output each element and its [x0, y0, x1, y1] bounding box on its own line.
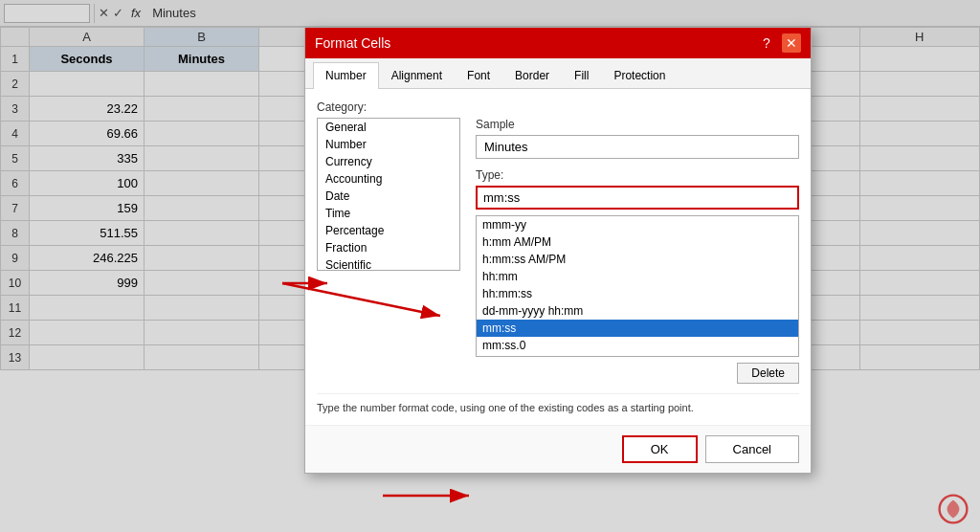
dialog-controls: ? ✕	[757, 33, 801, 53]
type-item[interactable]: hh:mm	[477, 268, 798, 285]
sample-label: Sample	[476, 118, 799, 131]
format-body: GeneralNumberCurrencyAccountingDateTimeP…	[317, 118, 799, 384]
type-label: Type:	[476, 168, 799, 182]
logo	[938, 494, 969, 524]
type-item[interactable]: mm:ss	[477, 320, 798, 337]
category-label: Category:	[317, 100, 799, 114]
type-item[interactable]: h:mm:ss AM/PM	[477, 251, 798, 268]
right-panel: Sample Minutes Type: mmm-yyh:mm AM/PMh:m…	[460, 118, 799, 384]
type-item[interactable]: mmm-yy	[477, 216, 798, 233]
tab-alignment[interactable]: Alignment	[379, 62, 455, 88]
tab-protection[interactable]: Protection	[601, 62, 678, 88]
type-item[interactable]: h:mm AM/PM	[477, 233, 798, 251]
dialog-body: Category: GeneralNumberCurrencyAccountin…	[305, 89, 811, 425]
ok-button[interactable]: OK	[622, 435, 698, 463]
dialog-title: Format Cells	[315, 35, 390, 51]
category-panel: GeneralNumberCurrencyAccountingDateTimeP…	[317, 118, 460, 384]
dialog-footer: OK Cancel	[305, 425, 811, 473]
type-item[interactable]: mm:ss.0	[477, 337, 798, 354]
category-item-percentage[interactable]: Percentage	[318, 222, 459, 239]
category-list[interactable]: GeneralNumberCurrencyAccountingDateTimeP…	[317, 118, 460, 271]
type-input[interactable]	[476, 186, 799, 210]
category-item-time[interactable]: Time	[318, 205, 459, 222]
cancel-button[interactable]: Cancel	[705, 435, 799, 463]
tab-number[interactable]: Number	[313, 62, 379, 89]
format-cells-dialog: Format Cells ? ✕ NumberAlignmentFontBord…	[304, 27, 812, 474]
tab-border[interactable]: Border	[502, 62, 562, 88]
category-item-date[interactable]: Date	[318, 188, 459, 205]
dialog-close-button[interactable]: ✕	[782, 33, 801, 53]
category-item-general[interactable]: General	[318, 119, 459, 136]
hint-text: Type the number format code, using one o…	[317, 393, 799, 413]
type-list[interactable]: mmm-yyh:mm AM/PMh:mm:ss AM/PMhh:mmhh:mm:…	[476, 215, 799, 357]
tab-font[interactable]: Font	[455, 62, 502, 88]
sample-box: Minutes	[476, 135, 799, 159]
dialog-tabs: NumberAlignmentFontBorderFillProtection	[305, 58, 811, 89]
type-item[interactable]: @	[477, 354, 798, 357]
delete-button[interactable]: Delete	[737, 363, 799, 384]
dialog-titlebar: Format Cells ? ✕	[305, 28, 811, 58]
type-item[interactable]: dd-mm-yyyy hh:mm	[477, 302, 798, 320]
category-item-scientific[interactable]: Scientific	[318, 256, 459, 271]
category-item-number[interactable]: Number	[318, 136, 459, 153]
dialog-help-button[interactable]: ?	[757, 33, 776, 53]
tab-fill[interactable]: Fill	[562, 62, 601, 88]
category-item-currency[interactable]: Currency	[318, 153, 459, 170]
category-item-accounting[interactable]: Accounting	[318, 170, 459, 188]
type-item[interactable]: hh:mm:ss	[477, 285, 798, 302]
category-item-fraction[interactable]: Fraction	[318, 239, 459, 256]
